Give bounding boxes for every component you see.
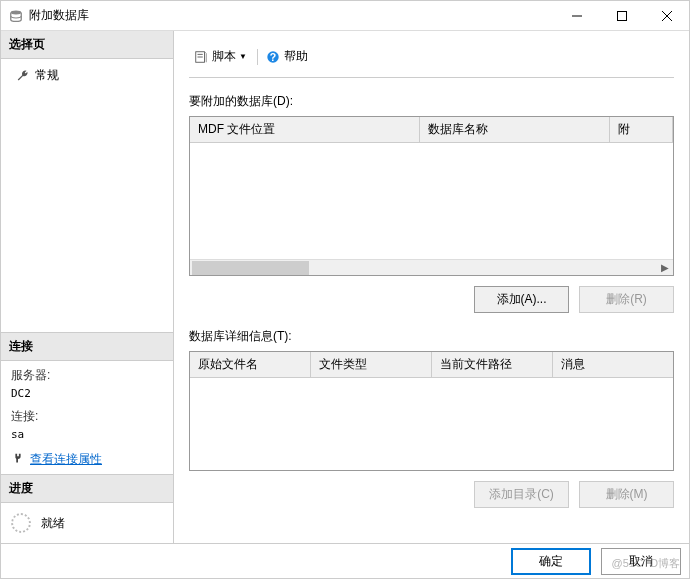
progress-header: 进度 [1,475,173,503]
progress-spinner-icon [11,513,31,533]
connection-label: 连接: [11,409,38,423]
help-button[interactable]: ? 帮助 [261,46,313,67]
col-attach[interactable]: 附 [610,117,673,142]
add-directory-button: 添加目录(C) [474,481,569,508]
remove-button: 删除(R) [579,286,674,313]
connection-header: 连接 [1,333,173,361]
svg-point-0 [11,10,22,14]
connection-value: sa [11,428,24,441]
close-button[interactable] [644,1,689,30]
progress-status: 就绪 [41,515,65,532]
ok-button[interactable]: 确定 [511,548,591,575]
svg-text:?: ? [270,50,276,62]
col-orig-filename[interactable]: 原始文件名 [190,352,311,377]
list-header: MDF 文件位置 数据库名称 附 [190,117,673,143]
database-icon [9,9,23,23]
svg-rect-2 [617,11,626,20]
db-details-list[interactable]: 原始文件名 文件类型 当前文件路径 消息 [189,351,674,471]
col-mdf-location[interactable]: MDF 文件位置 [190,117,420,142]
select-page-header: 选择页 [1,31,173,59]
scrollbar-thumb[interactable] [192,261,309,275]
remove-detail-button: 删除(M) [579,481,674,508]
list-body [190,143,673,259]
horizontal-scrollbar[interactable]: ▶ [190,259,673,275]
minimize-button[interactable] [554,1,599,30]
script-icon [194,50,208,64]
server-value: DC2 [11,387,31,400]
databases-to-attach-label: 要附加的数据库(D): [189,93,674,110]
db-details-label: 数据库详细信息(T): [189,328,674,345]
server-label: 服务器: [11,368,50,382]
cancel-button[interactable]: 取消 [601,548,681,575]
help-label: 帮助 [284,48,308,65]
toolbar-separator [257,49,258,65]
col-file-type[interactable]: 文件类型 [311,352,432,377]
page-general[interactable]: 常规 [11,64,163,87]
maximize-button[interactable] [599,1,644,30]
help-icon: ? [266,50,280,64]
databases-to-attach-list[interactable]: MDF 文件位置 数据库名称 附 ▶ [189,116,674,276]
view-connection-properties-link[interactable]: 查看连接属性 [30,451,102,468]
col-db-name[interactable]: 数据库名称 [420,117,610,142]
scroll-right-icon[interactable]: ▶ [657,262,673,273]
col-message[interactable]: 消息 [553,352,673,377]
script-dropdown[interactable]: 脚本 ▼ [189,46,254,67]
script-label: 脚本 [212,48,236,65]
wrench-icon [16,69,30,83]
chevron-down-icon: ▼ [239,52,247,61]
list-header: 原始文件名 文件类型 当前文件路径 消息 [190,352,673,378]
window-title: 附加数据库 [29,7,554,24]
page-general-label: 常规 [35,67,59,84]
plug-icon [11,451,25,468]
col-current-path[interactable]: 当前文件路径 [432,352,553,377]
add-button[interactable]: 添加(A)... [474,286,569,313]
